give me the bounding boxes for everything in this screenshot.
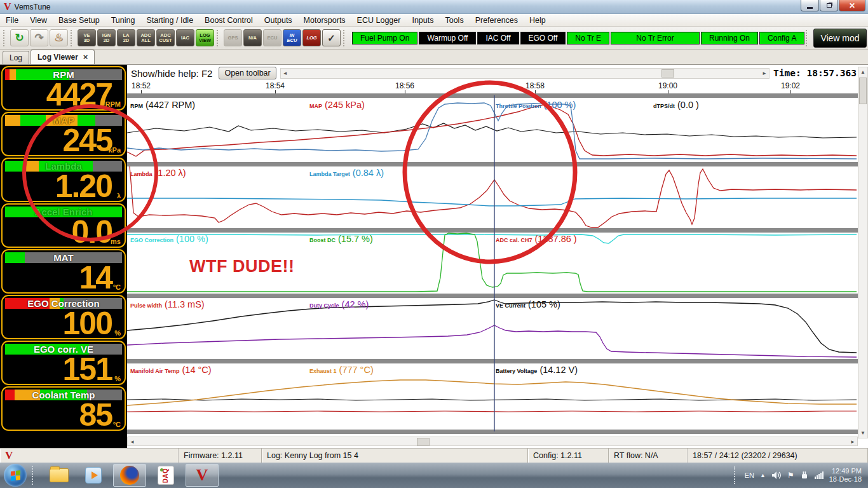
- tab-close-icon[interactable]: ×: [83, 53, 88, 61]
- scroll-right-icon[interactable]: ►: [848, 437, 857, 447]
- tab-log-viewer[interactable]: Log Viewer×: [31, 50, 95, 64]
- tick-mark: [141, 90, 142, 93]
- menu-file[interactable]: File: [0, 14, 24, 27]
- tick-mark: [275, 90, 276, 93]
- menu-outputs[interactable]: Outputs: [259, 14, 298, 27]
- menu-help[interactable]: Help: [524, 14, 552, 27]
- window-title: VemsTune: [15, 3, 51, 11]
- open-toolbar-button[interactable]: Open toolbar: [219, 67, 276, 79]
- series-value: (0.84 λ): [350, 168, 384, 178]
- tab-log[interactable]: Log: [3, 51, 29, 64]
- tool-gps[interactable]: GPS: [224, 29, 242, 46]
- start-button[interactable]: [4, 464, 27, 487]
- view-mode-button[interactable]: View mod: [813, 29, 867, 48]
- tool-iac[interactable]: IAC: [176, 29, 194, 46]
- taskbar: DAQ V EN ▲ ⚑ 12:49 PM 18-Dec-18: [0, 463, 868, 488]
- scrollbar-thumb[interactable]: [859, 78, 867, 104]
- tick-mark: [790, 90, 791, 93]
- tool-in-ecu[interactable]: IN ECU: [283, 29, 301, 46]
- toolbar-grip[interactable]: [217, 30, 221, 46]
- toolbar-grip[interactable]: [71, 30, 75, 46]
- series-value: (14 °C): [180, 365, 212, 375]
- toolbar-grip[interactable]: [3, 30, 8, 46]
- tool-log-view[interactable]: LOG VIEW: [196, 29, 214, 46]
- status-chip-ego-off[interactable]: EGO Off: [520, 32, 566, 44]
- status-chip-iac-off[interactable]: IAC Off: [477, 32, 519, 44]
- menu-base-setup[interactable]: Base Setup: [53, 14, 105, 27]
- menu-inputs[interactable]: Inputs: [406, 14, 439, 27]
- firefox-taskbar-icon[interactable]: [113, 464, 146, 487]
- send-arrow-icon[interactable]: ↷: [30, 29, 48, 46]
- network-signal-icon[interactable]: [815, 471, 824, 479]
- tray-grip[interactable]: [734, 466, 739, 484]
- language-indicator[interactable]: EN: [745, 471, 754, 479]
- scroll-down-icon[interactable]: ▼: [858, 428, 867, 438]
- tool-ign-2d[interactable]: IGN 2D: [97, 29, 116, 46]
- scroll-right-icon[interactable]: ►: [760, 69, 769, 78]
- status-chip-running-on[interactable]: Running On: [701, 32, 758, 44]
- gauge-value: 245kPa: [5, 126, 122, 155]
- vemstune-taskbar-icon[interactable]: V: [186, 464, 219, 487]
- chart-vertical-scrollbar[interactable]: ▲ ▼: [858, 67, 868, 438]
- tool-la-2d[interactable]: LA 2D: [117, 29, 135, 46]
- menu-view[interactable]: View: [24, 14, 53, 27]
- restore-button[interactable]: [820, 0, 838, 11]
- scrollbar-thumb[interactable]: [417, 438, 430, 446]
- tool-adc-cust[interactable]: ADC CUST: [156, 29, 175, 46]
- gauge-rpm: RPM4427RPM: [1, 66, 126, 111]
- panel3-label-adc-cal-ch7: ADC cal. CH7 (1287.86 ): [496, 234, 577, 244]
- toolbar-grip[interactable]: [806, 30, 810, 46]
- menu-tuning[interactable]: Tuning: [105, 14, 141, 27]
- series-value: (15.7 %): [336, 234, 373, 244]
- tool-log[interactable]: LOG: [302, 29, 321, 46]
- close-button[interactable]: ✕: [839, 0, 865, 11]
- status-chip-no-tr-error[interactable]: No Tr Error: [611, 32, 700, 44]
- tool-ecu[interactable]: ECU: [263, 29, 281, 46]
- sync-arrows-icon[interactable]: ↻: [10, 29, 29, 46]
- menu-ecu-logger[interactable]: ECU Logger: [351, 14, 407, 27]
- status-chip-fuel-pump-on[interactable]: Fuel Pump On: [352, 32, 417, 44]
- menu-preferences[interactable]: Preferences: [470, 14, 524, 27]
- power-plug-icon[interactable]: [800, 471, 809, 480]
- menu-boost-control[interactable]: Boost Control: [199, 14, 259, 27]
- scroll-left-icon[interactable]: ◄: [128, 437, 137, 447]
- tool-n-a[interactable]: N/A: [243, 29, 262, 46]
- explorer-taskbar-icon[interactable]: [48, 465, 70, 485]
- gauge-ego-corr-ve: EGO corr. VE151%: [1, 341, 126, 385]
- status-chip-warmup-off[interactable]: Warmup Off: [419, 32, 476, 44]
- scrollbar-thumb[interactable]: [661, 69, 674, 78]
- windows-logo-icon: [11, 470, 20, 481]
- burn-flame-icon[interactable]: ♨: [50, 29, 68, 46]
- tool-[interactable]: ✓: [322, 29, 341, 46]
- media-player-taskbar-icon[interactable]: [83, 465, 104, 485]
- chart-time-scrollbar[interactable]: ◄ ►: [280, 68, 770, 79]
- taskbar-clock[interactable]: 12:49 PM 18-Dec-18: [829, 467, 862, 484]
- show-hidden-icons-icon[interactable]: ▲: [760, 472, 766, 478]
- tool-ve-3d[interactable]: VE 3D: [78, 29, 96, 46]
- status-chip-config-a[interactable]: Config A: [759, 32, 804, 44]
- tool-adc-all[interactable]: ADC ALL: [137, 29, 155, 46]
- toolbar-grip[interactable]: [343, 30, 348, 46]
- chart-horizontal-scrollbar[interactable]: ◄ ►: [127, 437, 858, 446]
- gauge-number: 1.20: [55, 168, 112, 202]
- chart-area: Show/hide help: F2 Open toolbar ◄ ► Time…: [127, 65, 858, 437]
- minimize-button[interactable]: [801, 0, 819, 11]
- scroll-up-icon[interactable]: ▲: [858, 67, 867, 77]
- series-line-manifold-air-temp: [127, 411, 857, 412]
- menu-tools[interactable]: Tools: [439, 14, 469, 27]
- panel5-label-exhaust-1: Exhaust 1 (777 °C): [309, 365, 374, 375]
- action-center-flag-icon[interactable]: ⚑: [787, 471, 794, 480]
- status-chip-no-tr-e[interactable]: No Tr E: [567, 32, 609, 44]
- statusbar-cell-4: RT flow: N/A: [609, 449, 688, 463]
- statusbar-cell-1: Firmware: 1.2.11: [179, 449, 262, 463]
- menu-starting-idle[interactable]: Starting / Idle: [140, 14, 199, 27]
- speaker-icon[interactable]: [771, 471, 782, 480]
- series-line-lambda-target: [127, 198, 857, 206]
- gauge-value: 14°C: [5, 263, 122, 292]
- idaq-taskbar-icon[interactable]: DAQ: [155, 465, 177, 485]
- taskbar-grip[interactable]: [32, 466, 37, 485]
- chart-plot[interactable]: [127, 65, 858, 437]
- restore-icon: [827, 3, 832, 8]
- scroll-left-icon[interactable]: ◄: [281, 69, 290, 78]
- menu-motorsports[interactable]: Motorsports: [298, 14, 351, 27]
